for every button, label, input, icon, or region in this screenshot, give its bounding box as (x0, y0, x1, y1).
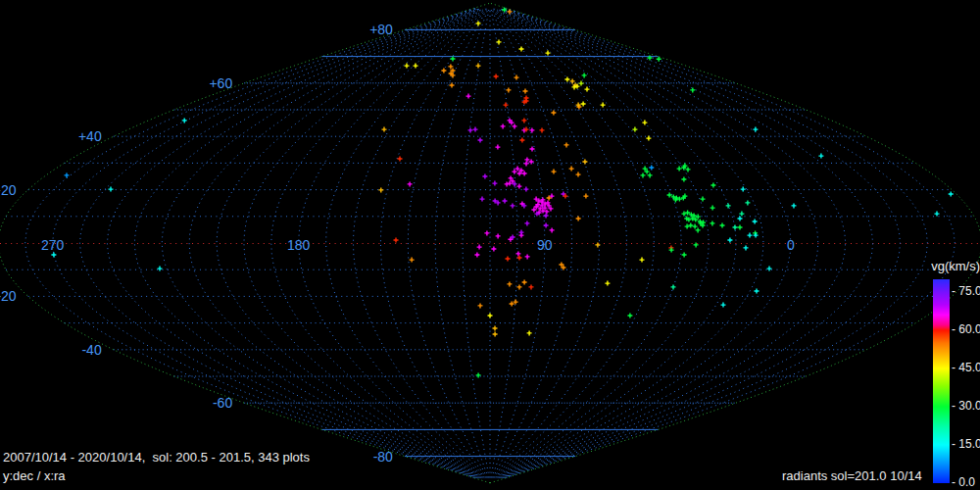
radiant-point[interactable] (517, 284, 522, 289)
radiant-point[interactable] (529, 284, 534, 289)
radiant-point[interactable] (65, 172, 70, 177)
radiant-point[interactable] (583, 194, 588, 199)
radiant-point[interactable] (503, 199, 508, 204)
radiant-point[interactable] (466, 94, 471, 99)
radiant-point[interactable] (516, 184, 521, 189)
radiant-point[interactable] (595, 242, 600, 247)
radiant-point[interactable] (491, 247, 496, 252)
radiant-point[interactable] (564, 77, 569, 82)
radiant-point[interactable] (745, 200, 750, 205)
radiant-point[interactable] (552, 170, 557, 174)
radiant-point[interactable] (109, 187, 114, 192)
radiant-point[interactable] (682, 253, 687, 258)
radiant-point[interactable] (657, 57, 662, 62)
radiant-point[interactable] (582, 160, 587, 165)
radiant-point[interactable] (521, 118, 526, 122)
radiant-point[interactable] (525, 254, 530, 259)
sky-map-plot[interactable]: +80+60+40+20-20-40-60-80270180900 (0, 0, 980, 490)
radiant-point[interactable] (727, 238, 732, 243)
radiant-point[interactable] (501, 123, 506, 128)
radiant-point[interactable] (792, 203, 797, 208)
radiant-point[interactable] (476, 64, 481, 69)
radiant-point[interactable] (690, 87, 695, 92)
radiant-point[interactable] (451, 57, 456, 62)
radiant-point[interactable] (398, 157, 403, 162)
radiant-point[interactable] (601, 103, 606, 108)
radiant-point[interactable] (818, 154, 823, 159)
radiant-point[interactable] (182, 118, 187, 122)
radiant-point[interactable] (640, 258, 645, 263)
radiant-point[interactable] (546, 51, 551, 56)
radiant-point[interactable] (511, 203, 515, 208)
radiant-point[interactable] (720, 223, 725, 228)
radiant-point[interactable] (493, 326, 498, 331)
radiant-point[interactable] (497, 39, 502, 44)
radiant-point[interactable] (710, 206, 715, 211)
radiant-point[interactable] (576, 172, 581, 177)
radiant-point[interactable] (540, 127, 545, 132)
radiant-point[interactable] (632, 127, 637, 132)
radiant-point[interactable] (492, 181, 497, 186)
radiant-point[interactable] (507, 281, 512, 286)
radiant-point[interactable] (605, 281, 610, 286)
radiant-point[interactable] (642, 121, 647, 125)
radiant-point[interactable] (477, 245, 482, 250)
radiant-point[interactable] (493, 332, 498, 337)
radiant-point[interactable] (627, 314, 632, 318)
radiant-point[interactable] (473, 127, 478, 132)
radiant-point[interactable] (506, 257, 511, 262)
radiant-point[interactable] (522, 280, 527, 285)
radiant-point[interactable] (696, 227, 701, 232)
radiant-point[interactable] (755, 289, 760, 294)
radiant-point[interactable] (523, 89, 528, 94)
radiant-point[interactable] (484, 230, 489, 235)
radiant-point[interactable] (478, 303, 483, 308)
radiant-point[interactable] (581, 102, 586, 107)
radiant-point[interactable] (767, 267, 772, 271)
radiant-point[interactable] (468, 127, 473, 132)
radiant-point[interactable] (935, 212, 940, 217)
radiant-point[interactable] (710, 183, 715, 188)
radiant-point[interactable] (646, 136, 651, 141)
radiant-point[interactable] (738, 217, 743, 221)
radiant-point[interactable] (564, 142, 569, 147)
radiant-point[interactable] (753, 127, 758, 132)
radiant-point[interactable] (649, 166, 654, 171)
radiant-point[interactable] (753, 220, 758, 224)
radiant-point[interactable] (576, 217, 581, 221)
radiant-point[interactable] (494, 74, 499, 79)
radiant-point[interactable] (382, 127, 387, 132)
radiant-point[interactable] (506, 87, 511, 92)
radiant-point[interactable] (569, 167, 574, 172)
radiant-point[interactable] (681, 177, 686, 182)
radiant-point[interactable] (523, 187, 528, 192)
radiant-point[interactable] (570, 78, 575, 83)
radiant-point[interactable] (505, 181, 510, 186)
radiant-point[interactable] (480, 197, 485, 202)
radiant-point[interactable] (512, 170, 516, 174)
radiant-point[interactable] (408, 181, 413, 186)
radiant-point[interactable] (579, 81, 584, 86)
radiant-point[interactable] (519, 138, 524, 143)
radiant-point[interactable] (671, 284, 676, 289)
radiant-point[interactable] (51, 253, 56, 258)
radiant-point[interactable] (476, 21, 481, 25)
radiant-point[interactable] (530, 147, 535, 152)
radiant-point[interactable] (710, 220, 714, 225)
radiant-point[interactable] (508, 9, 513, 14)
radiant-point[interactable] (158, 267, 163, 271)
radiant-point[interactable] (544, 223, 549, 228)
radiant-point[interactable] (726, 203, 731, 208)
radiant-point[interactable] (405, 64, 410, 69)
radiant-point[interactable] (677, 167, 682, 172)
radiant-point[interactable] (522, 172, 527, 176)
radiant-point[interactable] (476, 372, 481, 377)
radiant-point[interactable] (527, 330, 532, 335)
radiant-point[interactable] (414, 64, 418, 69)
radiant-point[interactable] (441, 69, 446, 74)
radiant-point[interactable] (585, 87, 590, 92)
radiant-point[interactable] (551, 111, 556, 116)
radiant-point[interactable] (378, 187, 383, 192)
radiant-point[interactable] (648, 172, 653, 177)
radiant-point[interactable] (733, 225, 738, 230)
